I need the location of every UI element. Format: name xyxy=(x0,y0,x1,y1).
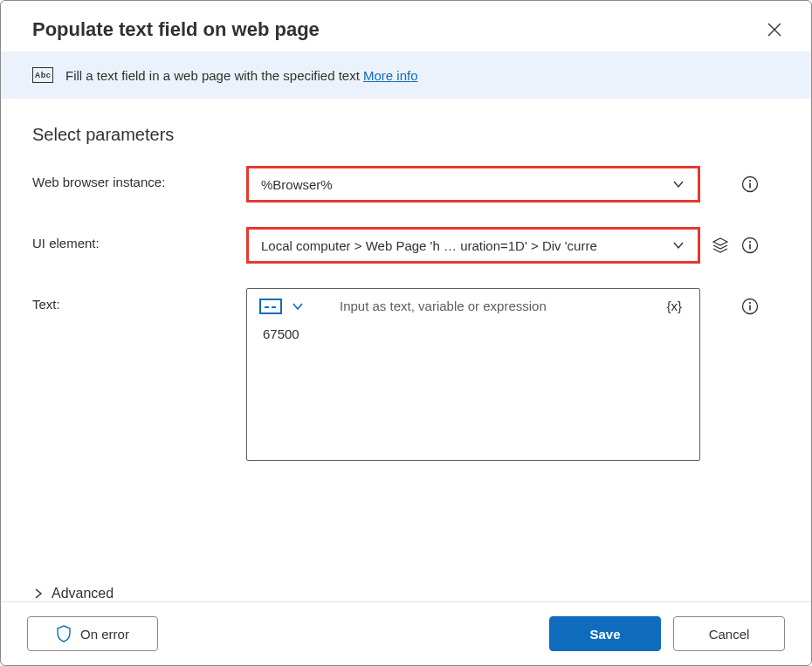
chevron-down-icon xyxy=(671,177,685,191)
on-error-button[interactable]: On error xyxy=(27,616,158,651)
save-button[interactable]: Save xyxy=(549,616,661,651)
svg-rect-5 xyxy=(749,244,751,250)
chevron-right-icon xyxy=(32,587,45,600)
abc-icon: Abc xyxy=(32,67,53,83)
uielement-value: Local computer > Web Page 'h … uration=1… xyxy=(261,238,597,253)
close-button[interactable] xyxy=(764,19,785,40)
svg-point-7 xyxy=(749,302,751,304)
cancel-button[interactable]: Cancel xyxy=(673,616,785,651)
svg-rect-2 xyxy=(749,183,751,189)
svg-rect-8 xyxy=(749,306,751,311)
close-icon xyxy=(767,23,781,37)
advanced-label: Advanced xyxy=(52,586,114,601)
text-value[interactable]: 67500 xyxy=(247,318,699,460)
description-label: Fill a text field in a web page with the… xyxy=(65,68,360,83)
text-editor-toolbar: Input as text, variable or expression {x… xyxy=(247,289,699,318)
browser-select[interactable]: %Browser% xyxy=(246,166,700,203)
shield-icon xyxy=(56,625,72,642)
uielement-select[interactable]: Local computer > Web Page 'h … uration=1… xyxy=(246,227,700,264)
chevron-down-icon[interactable] xyxy=(291,299,305,313)
param-row-uielement: UI element: Local computer > Web Page 'h… xyxy=(32,227,780,264)
uielement-label: UI element: xyxy=(32,227,246,251)
svg-point-4 xyxy=(749,241,751,243)
description-bar: Abc Fill a text field in a web page with… xyxy=(1,51,811,99)
text-editor[interactable]: Input as text, variable or expression {x… xyxy=(246,288,700,461)
svg-point-1 xyxy=(749,180,751,182)
text-placeholder: Input as text, variable or expression xyxy=(313,299,652,313)
parameters-area: Web browser instance: %Browser% UI eleme… xyxy=(1,166,811,575)
dialog-title: Populate text field on web page xyxy=(32,18,320,41)
dialog: Populate text field on web page Abc Fill… xyxy=(0,0,812,666)
info-icon[interactable] xyxy=(740,175,760,194)
text-label: Text: xyxy=(32,288,246,312)
layers-icon[interactable] xyxy=(711,236,730,255)
chevron-down-icon xyxy=(671,238,685,252)
param-row-browser: Web browser instance: %Browser% xyxy=(32,166,780,203)
description-text: Fill a text field in a web page with the… xyxy=(65,68,418,83)
variable-picker-button[interactable]: {x} xyxy=(661,298,687,314)
advanced-toggle[interactable]: Advanced xyxy=(32,586,811,601)
dialog-header: Populate text field on web page xyxy=(1,1,811,51)
on-error-label: On error xyxy=(80,627,129,642)
section-title: Select parameters xyxy=(32,125,811,145)
info-icon[interactable] xyxy=(740,297,760,316)
dialog-footer: On error Save Cancel xyxy=(1,601,811,665)
info-icon[interactable] xyxy=(740,236,760,255)
more-info-link[interactable]: More info xyxy=(363,68,418,83)
input-mode-icon[interactable] xyxy=(259,299,282,314)
browser-label: Web browser instance: xyxy=(32,166,246,189)
browser-value: %Browser% xyxy=(261,177,333,192)
param-row-text: Text: Input as text, variable or express… xyxy=(32,288,780,461)
